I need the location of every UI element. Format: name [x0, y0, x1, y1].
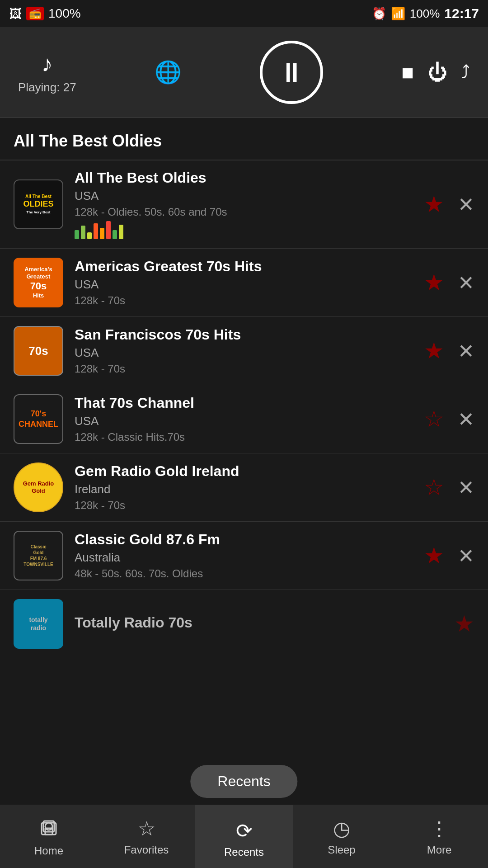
- time-display: 12:17: [444, 6, 479, 21]
- station-logo: America'sGreatest70sHits: [14, 258, 63, 307]
- station-name: That 70s Channel: [75, 395, 417, 411]
- station-info: That 70s Channel USA 128k - Classic Hits…: [75, 395, 417, 443]
- battery-icon: 100%: [410, 7, 440, 21]
- station-bitrate: 128k - 70s: [75, 499, 417, 512]
- nav-favorites[interactable]: ☆ Favorites: [98, 817, 195, 856]
- remove-button[interactable]: ✕: [458, 271, 474, 294]
- favorite-button[interactable]: ★: [424, 269, 444, 296]
- station-actions: ★ ✕: [424, 542, 474, 569]
- nav-home[interactable]: Home: [0, 816, 98, 857]
- station-bitrate: 128k - Oldies. 50s. 60s and 70s: [75, 206, 417, 218]
- sleep-label: Sleep: [328, 844, 355, 856]
- station-logo: 70s: [14, 326, 63, 376]
- station-actions: ★ ✕: [424, 191, 474, 217]
- station-info: Americas Greatest 70s Hits USA 128k - 70…: [75, 258, 417, 307]
- recents-label: Recents: [224, 846, 264, 859]
- more-icon: ⋮: [429, 817, 449, 840]
- station-logo: All The BestOLDIESThe Very Best: [14, 179, 63, 229]
- remove-button[interactable]: ✕: [458, 408, 474, 431]
- sleep-icon: ◷: [333, 817, 350, 840]
- list-item[interactable]: America'sGreatest70sHits Americas Greate…: [0, 249, 488, 317]
- station-name: Classic Gold 87.6 Fm: [75, 531, 417, 548]
- station-logo: totallyradio: [14, 599, 63, 649]
- list-item[interactable]: All The BestOLDIESThe Very Best All The …: [0, 160, 488, 249]
- station-name: Americas Greatest 70s Hits: [75, 258, 417, 275]
- radio-list: All The BestOLDIESThe Very Best All The …: [0, 160, 488, 658]
- playing-label: Playing: 27: [18, 80, 76, 94]
- station-actions: ★: [454, 611, 474, 637]
- pause-icon: ⏸: [278, 57, 305, 88]
- station-info: San Franciscos 70s Hits USA 128k - 70s: [75, 326, 417, 375]
- station-country: USA: [75, 278, 417, 292]
- station-country: Ireland: [75, 482, 417, 496]
- station-name: San Franciscos 70s Hits: [75, 326, 417, 343]
- favorite-button[interactable]: ★: [424, 542, 444, 569]
- list-item[interactable]: Gem RadioGold Gem Radio Gold Ireland Ire…: [0, 453, 488, 522]
- favorites-icon: ☆: [138, 817, 155, 840]
- station-actions: ☆ ✕: [424, 406, 474, 432]
- wifi-icon: 📶: [391, 7, 405, 21]
- station-logo: 70'sCHANNEL: [14, 394, 63, 444]
- station-bitrate: 48k - 50s. 60s. 70s. Oldies: [75, 567, 417, 580]
- remove-button[interactable]: ✕: [458, 193, 474, 216]
- alarm-icon: ⏰: [372, 7, 386, 21]
- player-center[interactable]: ⏸: [260, 41, 323, 104]
- station-logo: Gem RadioGold: [14, 462, 63, 512]
- remove-button[interactable]: ✕: [458, 340, 474, 363]
- remove-button[interactable]: ✕: [458, 544, 474, 567]
- favorites-label: Favorites: [124, 844, 169, 856]
- station-name: All The Best Oldies: [75, 170, 417, 186]
- globe-icon[interactable]: 🌐: [155, 60, 182, 85]
- station-info: Totally Radio 70s: [75, 614, 447, 634]
- station-country: USA: [75, 346, 417, 360]
- equalizer-bars: [75, 221, 417, 239]
- recents-tooltip: Recents: [190, 765, 297, 798]
- nav-more[interactable]: ⋮ More: [390, 817, 488, 856]
- station-actions: ☆ ✕: [424, 474, 474, 500]
- favorite-button[interactable]: ★: [424, 338, 444, 364]
- power-button[interactable]: ⏻: [427, 61, 447, 84]
- app-icon: 📻: [26, 7, 44, 20]
- pause-button[interactable]: ⏸: [260, 41, 323, 104]
- section-title: All The Best Oldies: [0, 118, 488, 160]
- player-header: ♪ Playing: 27 🌐 ⏸ ■ ⏻ ⤴: [0, 27, 488, 118]
- remove-button[interactable]: ✕: [458, 476, 474, 499]
- station-info: Classic Gold 87.6 Fm Australia 48k - 50s…: [75, 531, 417, 580]
- home-label: Home: [34, 844, 63, 857]
- station-logo: ClassicGoldFM 87.6TOWNSVILLE: [14, 531, 63, 580]
- favorite-button[interactable]: ☆: [424, 406, 444, 432]
- station-country: USA: [75, 189, 417, 203]
- favorite-button[interactable]: ☆: [424, 474, 444, 500]
- favorite-button[interactable]: ★: [454, 611, 474, 637]
- stop-button[interactable]: ■: [401, 60, 414, 85]
- home-icon: [39, 816, 59, 841]
- globe-control: 🌐: [155, 60, 182, 85]
- status-left: 🖼 📻 100%: [9, 6, 81, 21]
- nav-recents[interactable]: ⟳ Recents: [195, 805, 293, 868]
- station-actions: ★ ✕: [424, 269, 474, 296]
- station-info: Gem Radio Gold Ireland Ireland 128k - 70…: [75, 463, 417, 512]
- player-left-controls: ♪ Playing: 27: [18, 51, 76, 94]
- player-right-controls: ■ ⏻ ⤴: [401, 60, 470, 85]
- music-note-icon[interactable]: ♪: [42, 51, 53, 77]
- list-item[interactable]: totallyradio Totally Radio 70s ★: [0, 590, 488, 658]
- favorite-button[interactable]: ★: [424, 191, 444, 217]
- station-country: Australia: [75, 551, 417, 565]
- station-bitrate: 128k - 70s: [75, 294, 417, 307]
- station-info: All The Best Oldies USA 128k - Oldies. 5…: [75, 170, 417, 239]
- nav-sleep[interactable]: ◷ Sleep: [293, 817, 390, 856]
- station-country: USA: [75, 414, 417, 428]
- status-right: ⏰ 📶 100% 12:17: [372, 6, 479, 21]
- station-name: Gem Radio Gold Ireland: [75, 463, 417, 480]
- list-item[interactable]: 70'sCHANNEL That 70s Channel USA 128k - …: [0, 385, 488, 453]
- station-bitrate: 128k - Classic Hits.70s: [75, 431, 417, 443]
- svg-point-2: [45, 823, 52, 830]
- list-item[interactable]: ClassicGoldFM 87.6TOWNSVILLE Classic Gol…: [0, 522, 488, 590]
- list-item[interactable]: 70s San Franciscos 70s Hits USA 128k - 7…: [0, 317, 488, 385]
- station-bitrate: 128k - 70s: [75, 363, 417, 375]
- more-label: More: [427, 844, 452, 856]
- bottom-navigation: Home ☆ Favorites ⟳ Recents ◷ Sleep ⋮ Mor…: [0, 805, 488, 868]
- photo-icon: 🖼: [9, 6, 22, 21]
- share-button[interactable]: ⤴: [461, 62, 470, 83]
- status-bar: 🖼 📻 100% ⏰ 📶 100% 12:17: [0, 0, 488, 27]
